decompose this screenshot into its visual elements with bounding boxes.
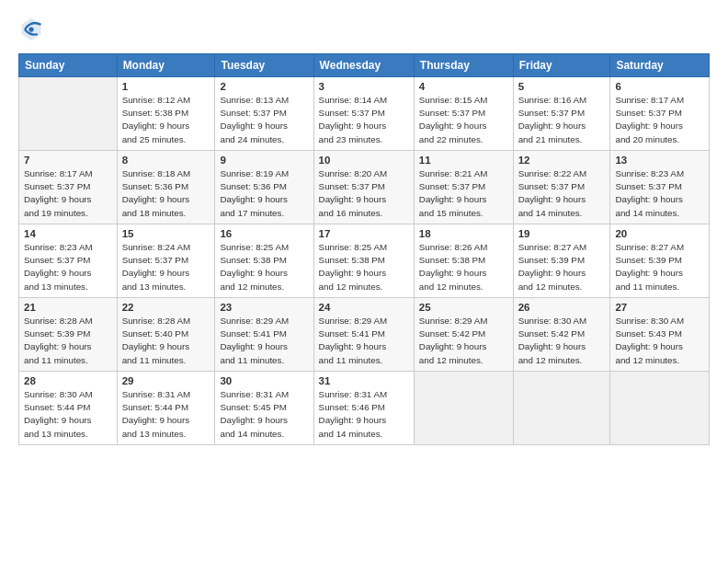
calendar-cell xyxy=(610,372,710,445)
day-number: 20 xyxy=(615,228,704,239)
weekday-header-monday: Monday xyxy=(117,54,215,77)
day-number: 31 xyxy=(319,375,409,386)
day-number: 24 xyxy=(319,302,409,313)
day-number: 15 xyxy=(122,228,210,239)
calendar-cell: 9Sunrise: 8:19 AMSunset: 5:36 PMDaylight… xyxy=(215,151,313,224)
svg-point-1 xyxy=(28,27,33,31)
week-row-2: 7Sunrise: 8:17 AMSunset: 5:37 PMDaylight… xyxy=(19,151,710,224)
day-info: Sunrise: 8:30 AMSunset: 5:44 PMDaylight:… xyxy=(24,388,112,441)
day-info: Sunrise: 8:29 AMSunset: 5:42 PMDaylight:… xyxy=(419,315,508,367)
day-info: Sunrise: 8:14 AMSunset: 5:37 PMDaylight:… xyxy=(319,94,409,146)
day-info: Sunrise: 8:26 AMSunset: 5:38 PMDaylight:… xyxy=(419,241,508,293)
day-info: Sunrise: 8:31 AMSunset: 5:44 PMDaylight:… xyxy=(122,388,210,441)
day-info: Sunrise: 8:23 AMSunset: 5:37 PMDaylight:… xyxy=(24,241,112,293)
day-info: Sunrise: 8:31 AMSunset: 5:46 PMDaylight:… xyxy=(319,388,409,441)
page: SundayMondayTuesdayWednesdayThursdayFrid… xyxy=(0,0,728,454)
calendar-cell: 3Sunrise: 8:14 AMSunset: 5:37 PMDaylight… xyxy=(313,77,414,151)
logo xyxy=(18,17,47,42)
weekday-header-friday: Friday xyxy=(513,54,610,77)
day-number: 13 xyxy=(615,155,704,166)
day-info: Sunrise: 8:17 AMSunset: 5:37 PMDaylight:… xyxy=(24,167,112,220)
calendar-cell: 10Sunrise: 8:20 AMSunset: 5:37 PMDayligh… xyxy=(313,151,414,224)
day-info: Sunrise: 8:13 AMSunset: 5:37 PMDaylight:… xyxy=(220,94,308,146)
day-info: Sunrise: 8:25 AMSunset: 5:38 PMDaylight:… xyxy=(220,241,308,293)
day-info: Sunrise: 8:17 AMSunset: 5:37 PMDaylight:… xyxy=(615,94,704,146)
day-info: Sunrise: 8:31 AMSunset: 5:45 PMDaylight:… xyxy=(220,388,308,441)
day-info: Sunrise: 8:27 AMSunset: 5:39 PMDaylight:… xyxy=(518,241,606,293)
day-number: 7 xyxy=(24,155,112,166)
calendar-cell: 29Sunrise: 8:31 AMSunset: 5:44 PMDayligh… xyxy=(117,372,215,445)
calendar-cell: 17Sunrise: 8:25 AMSunset: 5:38 PMDayligh… xyxy=(313,224,414,298)
week-row-3: 14Sunrise: 8:23 AMSunset: 5:37 PMDayligh… xyxy=(19,224,710,298)
calendar-cell: 28Sunrise: 8:30 AMSunset: 5:44 PMDayligh… xyxy=(19,372,118,445)
calendar-cell: 8Sunrise: 8:18 AMSunset: 5:36 PMDaylight… xyxy=(117,151,215,224)
calendar-cell: 7Sunrise: 8:17 AMSunset: 5:37 PMDaylight… xyxy=(19,151,118,224)
day-info: Sunrise: 8:28 AMSunset: 5:40 PMDaylight:… xyxy=(122,315,210,367)
day-info: Sunrise: 8:18 AMSunset: 5:36 PMDaylight:… xyxy=(122,167,210,220)
calendar-cell: 16Sunrise: 8:25 AMSunset: 5:38 PMDayligh… xyxy=(215,224,313,298)
day-info: Sunrise: 8:21 AMSunset: 5:37 PMDaylight:… xyxy=(419,167,508,220)
day-number: 23 xyxy=(220,302,308,313)
weekday-header-row: SundayMondayTuesdayWednesdayThursdayFrid… xyxy=(19,54,710,77)
day-info: Sunrise: 8:16 AMSunset: 5:37 PMDaylight:… xyxy=(518,94,606,146)
day-number: 16 xyxy=(220,228,308,239)
week-row-1: 1Sunrise: 8:12 AMSunset: 5:38 PMDaylight… xyxy=(19,77,710,151)
calendar-cell: 5Sunrise: 8:16 AMSunset: 5:37 PMDaylight… xyxy=(513,77,610,151)
day-number: 4 xyxy=(419,81,508,92)
week-row-4: 21Sunrise: 8:28 AMSunset: 5:39 PMDayligh… xyxy=(19,298,710,372)
day-info: Sunrise: 8:29 AMSunset: 5:41 PMDaylight:… xyxy=(319,315,409,367)
calendar-cell xyxy=(414,372,513,445)
calendar-cell: 18Sunrise: 8:26 AMSunset: 5:38 PMDayligh… xyxy=(414,224,513,298)
day-number: 5 xyxy=(518,81,606,92)
day-number: 2 xyxy=(220,81,308,92)
weekday-header-wednesday: Wednesday xyxy=(313,54,414,77)
calendar-cell: 12Sunrise: 8:22 AMSunset: 5:37 PMDayligh… xyxy=(513,151,610,224)
calendar-cell: 22Sunrise: 8:28 AMSunset: 5:40 PMDayligh… xyxy=(117,298,215,372)
day-info: Sunrise: 8:15 AMSunset: 5:37 PMDaylight:… xyxy=(419,94,508,146)
calendar-cell xyxy=(513,372,610,445)
calendar-cell: 15Sunrise: 8:24 AMSunset: 5:37 PMDayligh… xyxy=(117,224,215,298)
calendar-cell: 23Sunrise: 8:29 AMSunset: 5:41 PMDayligh… xyxy=(215,298,313,372)
calendar-cell: 2Sunrise: 8:13 AMSunset: 5:37 PMDaylight… xyxy=(215,77,313,151)
day-number: 25 xyxy=(419,302,508,313)
day-number: 29 xyxy=(122,375,210,386)
day-info: Sunrise: 8:19 AMSunset: 5:36 PMDaylight:… xyxy=(220,167,308,220)
weekday-header-tuesday: Tuesday xyxy=(215,54,313,77)
week-row-5: 28Sunrise: 8:30 AMSunset: 5:44 PMDayligh… xyxy=(19,372,710,445)
logo-icon xyxy=(18,17,44,42)
day-number: 17 xyxy=(319,228,409,239)
day-number: 19 xyxy=(518,228,606,239)
day-number: 28 xyxy=(24,375,112,386)
calendar-table: SundayMondayTuesdayWednesdayThursdayFrid… xyxy=(18,53,710,445)
calendar-cell: 11Sunrise: 8:21 AMSunset: 5:37 PMDayligh… xyxy=(414,151,513,224)
calendar-cell: 20Sunrise: 8:27 AMSunset: 5:39 PMDayligh… xyxy=(610,224,710,298)
calendar-cell: 21Sunrise: 8:28 AMSunset: 5:39 PMDayligh… xyxy=(19,298,118,372)
day-number: 10 xyxy=(319,155,409,166)
day-number: 6 xyxy=(615,81,704,92)
calendar-cell: 30Sunrise: 8:31 AMSunset: 5:45 PMDayligh… xyxy=(215,372,313,445)
day-info: Sunrise: 8:24 AMSunset: 5:37 PMDaylight:… xyxy=(122,241,210,293)
weekday-header-saturday: Saturday xyxy=(610,54,710,77)
day-number: 12 xyxy=(518,155,606,166)
calendar-cell: 4Sunrise: 8:15 AMSunset: 5:37 PMDaylight… xyxy=(414,77,513,151)
weekday-header-sunday: Sunday xyxy=(19,54,118,77)
day-number: 18 xyxy=(419,228,508,239)
header xyxy=(18,17,710,42)
day-number: 14 xyxy=(24,228,112,239)
calendar-cell: 26Sunrise: 8:30 AMSunset: 5:42 PMDayligh… xyxy=(513,298,610,372)
calendar-cell: 1Sunrise: 8:12 AMSunset: 5:38 PMDaylight… xyxy=(117,77,215,151)
calendar-cell: 25Sunrise: 8:29 AMSunset: 5:42 PMDayligh… xyxy=(414,298,513,372)
calendar-cell xyxy=(19,77,118,151)
day-number: 30 xyxy=(220,375,308,386)
day-info: Sunrise: 8:28 AMSunset: 5:39 PMDaylight:… xyxy=(24,315,112,367)
day-info: Sunrise: 8:25 AMSunset: 5:38 PMDaylight:… xyxy=(319,241,409,293)
calendar-cell: 27Sunrise: 8:30 AMSunset: 5:43 PMDayligh… xyxy=(610,298,710,372)
calendar-cell: 19Sunrise: 8:27 AMSunset: 5:39 PMDayligh… xyxy=(513,224,610,298)
day-info: Sunrise: 8:27 AMSunset: 5:39 PMDaylight:… xyxy=(615,241,704,293)
day-number: 22 xyxy=(122,302,210,313)
day-info: Sunrise: 8:23 AMSunset: 5:37 PMDaylight:… xyxy=(615,167,704,220)
day-info: Sunrise: 8:22 AMSunset: 5:37 PMDaylight:… xyxy=(518,167,606,220)
day-number: 3 xyxy=(319,81,409,92)
day-number: 21 xyxy=(24,302,112,313)
calendar-cell: 31Sunrise: 8:31 AMSunset: 5:46 PMDayligh… xyxy=(313,372,414,445)
